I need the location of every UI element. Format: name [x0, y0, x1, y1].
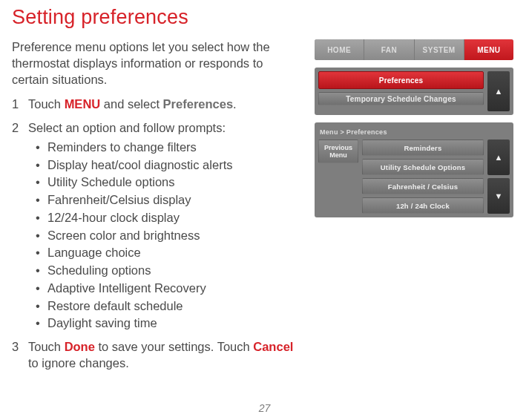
option-item: Display heat/cool diagnostic alerts [28, 157, 301, 174]
menu-item-preferences[interactable]: Preferences [318, 71, 484, 89]
pref-clock-format[interactable]: 12h / 24h Clock [362, 197, 484, 214]
step3-part-a: Touch [28, 340, 65, 353]
option-item: Restore default schedule [28, 298, 301, 315]
pref-reminders[interactable]: Reminders [362, 140, 484, 156]
step1-menu: MENU [65, 97, 101, 111]
thermostat-column: HOME FAN SYSTEM MENU Preferences Tempora… [315, 39, 517, 379]
nav-system[interactable]: SYSTEM [415, 39, 464, 60]
page-number: 27 [259, 402, 271, 414]
thermostat-nav: HOME FAN SYSTEM MENU [315, 39, 513, 60]
chevron-up-icon: ▲ [495, 153, 503, 162]
page-title: Setting preferences [12, 6, 517, 29]
prev-line1: Previous [324, 144, 352, 151]
step1-part-c: . [233, 97, 237, 111]
scroll-up-button[interactable]: ▲ [487, 140, 510, 175]
step3-done: Done [65, 340, 95, 353]
step3-part-b: to save your settings. Touch [95, 340, 253, 353]
step-2: Select an option and follow prompts: Rem… [12, 120, 301, 332]
option-item: Utility Schedule options [28, 174, 301, 191]
option-item: Language choice [28, 245, 301, 261]
chevron-down-icon: ▼ [495, 191, 503, 200]
option-item: Fahrenheit/Celsius display [28, 192, 301, 209]
step2-lead: Select an option and follow prompts: [28, 121, 226, 134]
step3-cancel: Cancel [253, 340, 293, 353]
menu-item-temp-schedule[interactable]: Temporary Schedule Changes [318, 92, 484, 105]
intro-text: Preference menu options let you select h… [12, 39, 301, 88]
breadcrumb: Menu > Preferences [318, 126, 510, 140]
option-item: Screen color and brightness [28, 228, 301, 244]
preferences-panel: Menu > Preferences PreviousMenu Reminder… [315, 122, 513, 217]
menu-panel: Preferences Temporary Schedule Changes ▲ [315, 68, 513, 115]
pref-utility-schedule[interactable]: Utility Schedule Options [362, 159, 484, 175]
nav-home[interactable]: HOME [315, 39, 364, 60]
step3-part-c: to ignore changes. [28, 356, 129, 370]
step-3: Touch Done to save your settings. Touch … [12, 339, 301, 372]
option-item: Adaptive Intelligent Recovery [28, 280, 301, 297]
step1-preferences: Preferences [163, 97, 233, 111]
nav-fan[interactable]: FAN [364, 39, 414, 60]
pref-fahrenheit-celsius[interactable]: Fahrenheit / Celsius [362, 178, 484, 194]
step-1: Touch MENU and select Preferences. [12, 96, 301, 113]
previous-menu-button[interactable]: PreviousMenu [318, 140, 358, 163]
option-item: 12/24-hour clock display [28, 210, 301, 226]
step1-part-b: and select [100, 97, 162, 111]
scroll-up-button[interactable]: ▲ [487, 71, 510, 111]
chevron-up-icon: ▲ [495, 87, 503, 96]
scroll-down-button[interactable]: ▼ [487, 178, 510, 214]
prev-line2: Menu [329, 151, 347, 159]
instruction-column: Preference menu options let you select h… [12, 39, 301, 379]
option-item: Scheduling options [28, 263, 301, 279]
nav-menu[interactable]: MENU [464, 39, 513, 60]
step1-part-a: Touch [28, 97, 65, 111]
option-item: Daylight saving time [28, 315, 301, 332]
option-item: Reminders to change filters [28, 140, 301, 156]
